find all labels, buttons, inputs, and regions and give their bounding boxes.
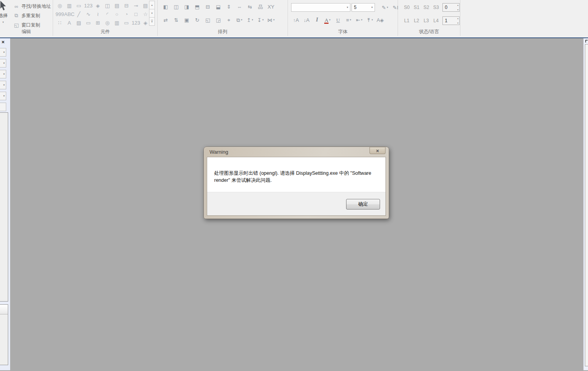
bring-forward-icon[interactable]: ⧉ ▾ xyxy=(234,16,244,24)
arc-icon[interactable]: ◜ xyxy=(103,10,112,18)
multi-copy-button[interactable]: ⧉ 多重复制 xyxy=(12,11,51,20)
font-name-combobox[interactable]: ▾ xyxy=(291,3,350,12)
image-icon[interactable]: ▨ xyxy=(74,18,83,27)
font-color-icon[interactable]: A ▾ xyxy=(323,16,332,24)
word-display-icon[interactable]: ▭ xyxy=(74,1,83,10)
align-middle-icon[interactable]: ⊟ xyxy=(203,2,213,11)
numeric-999-display-icon[interactable]: 999 xyxy=(55,10,64,18)
tag-icon[interactable]: ◈ xyxy=(93,1,103,10)
state-s3-button[interactable]: S3 xyxy=(431,3,441,12)
dropdown-arrow-icon[interactable]: ▾ xyxy=(329,18,330,21)
equal-spacing-icon[interactable]: ⇆ xyxy=(245,2,255,11)
spinner-down-icon[interactable]: ▾ xyxy=(457,22,458,24)
same-width-icon[interactable]: ⇄ xyxy=(161,16,171,24)
same-size-icon[interactable]: ▣ xyxy=(182,16,192,24)
dropdown-arrow-icon[interactable]: ▾ xyxy=(387,6,388,9)
pie-icon[interactable]: ◔ xyxy=(122,10,131,18)
align-bottom-icon[interactable]: ⬓ xyxy=(213,2,223,11)
spinner-up-icon[interactable]: ▴ xyxy=(457,4,458,6)
curve-icon[interactable]: ∿ xyxy=(83,10,93,18)
text-abc-display-icon[interactable]: ABC xyxy=(64,10,74,18)
gallery-scroll-up-button[interactable]: ▲ xyxy=(149,1,155,9)
frame-icon[interactable]: ▭ xyxy=(83,18,93,27)
language-l4-button[interactable]: L4 xyxy=(431,16,441,25)
panel-dropdown-5[interactable]: ▾ xyxy=(0,92,6,100)
dropdown-arrow-icon[interactable]: ▾ xyxy=(262,18,264,21)
panel-list-area[interactable] xyxy=(0,112,8,302)
scale-ticks-icon[interactable]: ∷ xyxy=(55,18,64,27)
line-icon[interactable]: ╱ xyxy=(74,10,83,18)
dropdown-arrow-icon[interactable]: ▾ xyxy=(371,18,373,21)
align-center-icon[interactable]: ◫ xyxy=(171,2,181,11)
move-up-icon[interactable]: ↥ ▾ xyxy=(245,16,255,24)
italic-icon[interactable]: I xyxy=(312,16,322,24)
table-icon[interactable]: ⊞ xyxy=(93,18,103,27)
panel-field[interactable] xyxy=(0,103,6,111)
bit-switch-icon[interactable]: ◫ xyxy=(103,1,112,10)
grow-font-icon[interactable]: ↑A xyxy=(291,16,301,24)
gallery-scroll-down-button[interactable]: ▼ xyxy=(149,9,155,18)
text-style-icon[interactable]: A◈ xyxy=(375,16,385,24)
flip-icon[interactable]: ⋈ ▾ xyxy=(266,16,276,24)
panel-dropdown-4[interactable]: ▾ xyxy=(0,81,6,89)
panel-lower-button[interactable] xyxy=(0,305,8,314)
scale-frame-icon[interactable]: ◱ xyxy=(203,16,213,24)
word-switch-icon[interactable]: ▤ xyxy=(112,1,121,10)
chevron-down-icon[interactable]: ▾ xyxy=(345,6,350,9)
format-painter-icon[interactable]: ✎ ▾ xyxy=(380,3,390,12)
multi-state-lamp-2-icon[interactable]: ▥ xyxy=(112,18,121,27)
panel-dropdown-2[interactable]: ▾ xyxy=(0,59,6,67)
language-l3-button[interactable]: L3 xyxy=(421,16,431,25)
polyline-icon[interactable]: ≀ xyxy=(93,10,103,18)
screen-change-button-icon[interactable]: ⊟ xyxy=(122,1,131,10)
language-spinner[interactable]: 1 ▴ ▾ xyxy=(442,16,460,25)
pin-icon[interactable]: ⌖ xyxy=(224,16,234,24)
font-size-combobox[interactable]: 5 ▾ xyxy=(352,3,375,12)
indicator-lamp-icon[interactable]: ◎ xyxy=(55,1,64,10)
dialog-close-button[interactable]: × xyxy=(369,147,385,154)
distribute-vertical-icon[interactable]: ⇕ xyxy=(224,2,234,11)
dropdown-arrow-icon[interactable]: ▾ xyxy=(361,18,362,21)
align-top-text-icon[interactable]: ⇥ ▾ xyxy=(365,16,375,24)
chevron-down-icon[interactable]: ▾ xyxy=(369,6,375,9)
xy-position-icon[interactable]: XY xyxy=(266,2,276,11)
panel-dropdown-3[interactable]: ▾ xyxy=(0,70,6,78)
structure-layout-icon[interactable]: 品 xyxy=(256,2,265,11)
panel-close-icon[interactable]: × xyxy=(2,39,5,44)
state-spinner[interactable]: 0 ▴ ▾ xyxy=(442,3,460,12)
gallery-expand-button[interactable]: ▼ xyxy=(149,17,155,26)
align-left-icon[interactable]: ◧ xyxy=(161,2,171,11)
dropdown-arrow-icon[interactable]: ▾ xyxy=(273,18,275,21)
text-icon[interactable]: A xyxy=(64,18,74,27)
same-height-icon[interactable]: ⇅ xyxy=(171,16,181,24)
state-s1-button[interactable]: S1 xyxy=(412,3,421,12)
numeric-display-2-icon[interactable]: 123 xyxy=(131,18,140,27)
spinner-up-icon[interactable]: ▴ xyxy=(457,17,458,20)
language-l2-button[interactable]: L2 xyxy=(412,16,421,25)
find-replace-address-button[interactable]: ∞ 寻找/替换地址 xyxy=(12,2,51,11)
indicator-lamp-2-icon[interactable]: ◎ xyxy=(103,18,112,27)
align-right-icon[interactable]: ◨ xyxy=(182,2,192,11)
numeric-display-icon[interactable]: 123 xyxy=(83,1,93,10)
justify-icon[interactable]: ≡ ▾ xyxy=(344,16,354,24)
rectangle-icon[interactable]: □ xyxy=(131,10,140,18)
panel-dropdown-1[interactable]: ▾ xyxy=(0,48,6,57)
panel-lower-area[interactable] xyxy=(0,304,8,365)
multi-state-lamp-icon[interactable]: ▥ xyxy=(64,1,74,10)
right-panel-body[interactable] xyxy=(585,44,588,366)
ellipse-icon[interactable]: ○ xyxy=(112,10,121,18)
move-down-icon[interactable]: ↧ ▾ xyxy=(256,16,265,24)
dropdown-arrow-icon[interactable]: ▾ xyxy=(252,18,253,21)
chevron-down-icon[interactable]: ▾ xyxy=(2,21,4,24)
align-top-icon[interactable]: ⬒ xyxy=(192,2,202,11)
rotate-icon[interactable]: ↻ xyxy=(192,16,202,24)
dropdown-arrow-icon[interactable]: ▾ xyxy=(350,18,352,21)
word-display-2-icon[interactable]: ▭ xyxy=(122,18,131,27)
language-l1-button[interactable]: L1 xyxy=(402,16,412,25)
distribute-horizontal-icon[interactable]: ⇔ xyxy=(234,2,244,11)
slider-icon[interactable]: ⊸ xyxy=(131,1,140,10)
shrink-font-icon[interactable]: ↓A xyxy=(302,16,311,24)
underline-icon[interactable]: U xyxy=(333,16,343,24)
state-s0-button[interactable]: S0 xyxy=(402,3,412,12)
state-s2-button[interactable]: S2 xyxy=(421,3,431,12)
